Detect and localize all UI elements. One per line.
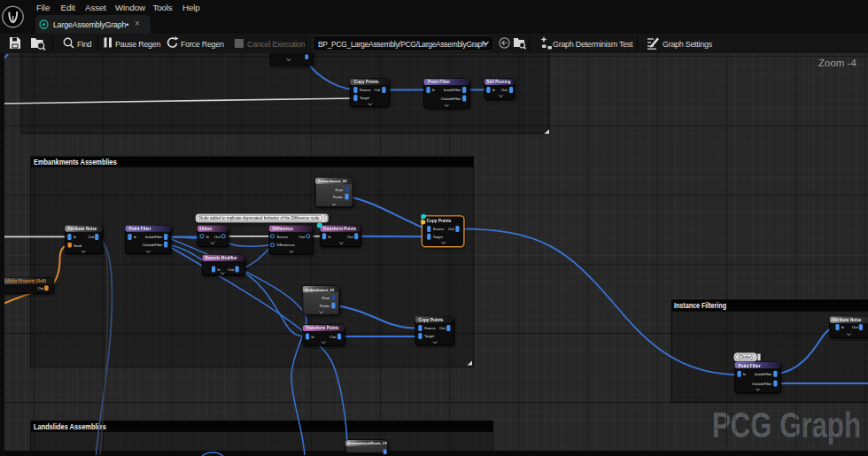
- svg-text:Embankment_03: Embankment_03: [306, 288, 335, 292]
- svg-text:Out: Out: [501, 88, 508, 92]
- svg-text:Out: Out: [38, 286, 44, 290]
- svg-text:Root: Root: [322, 296, 330, 300]
- svg-text:Point Filter: Point Filter: [428, 80, 450, 84]
- svg-text:Source: Source: [424, 326, 436, 330]
- svg-text:Target: Target: [424, 334, 435, 338]
- svg-text:Source: Source: [433, 227, 445, 231]
- svg-text:Out: Out: [448, 227, 454, 231]
- svg-text:Landslides Assemblies: Landslides Assemblies: [34, 421, 106, 431]
- svg-text:Bounds Modifier: Bounds Modifier: [205, 256, 237, 260]
- svg-text:Out: Out: [347, 235, 353, 239]
- svg-text:InsideFilter: InsideFilter: [755, 372, 772, 376]
- svg-text:Root: Root: [336, 188, 344, 192]
- svg-text:Copy Points: Copy Points: [354, 80, 379, 84]
- svg-text:Target: Target: [433, 235, 444, 239]
- svg-text:Points: Points: [320, 304, 329, 308]
- svg-text:Self Pruning: Self Pruning: [487, 80, 511, 84]
- svg-text:Copy Points: Copy Points: [419, 318, 444, 322]
- svg-text:Out: Out: [439, 326, 446, 330]
- svg-text:Node added to replicate deprec: Node added to replicate deprecated behav…: [199, 216, 321, 220]
- svg-text:In: In: [312, 335, 314, 339]
- svg-text:Point Filter: Point Filter: [739, 364, 761, 368]
- svg-text:Target: Target: [360, 96, 370, 100]
- svg-text:(Clutter): (Clutter): [738, 355, 753, 359]
- svg-text:In: In: [218, 267, 221, 272]
- svg-text:Source: Source: [277, 235, 289, 239]
- svg-text:Transform Points: Transform Points: [306, 326, 339, 330]
- svg-text:Source: Source: [360, 88, 371, 92]
- svg-text:In: In: [432, 88, 435, 92]
- svg-text:Point Filter: Point Filter: [129, 227, 151, 231]
- svg-text:Transform Points: Transform Points: [323, 227, 357, 231]
- svg-text:OutsideFilter: OutsideFilter: [143, 243, 163, 247]
- svg-text:OutsideFilter: OutsideFilter: [441, 97, 461, 101]
- svg-text:EmbankmentRoots_03: EmbankmentRoots_03: [348, 441, 388, 445]
- svg-text:Attribute Noise: Attribute Noise: [833, 318, 862, 322]
- svg-text:Out: Out: [330, 335, 337, 339]
- svg-text:Embankment_00: Embankment_00: [318, 179, 347, 183]
- svg-text:Difference: Difference: [273, 227, 294, 231]
- svg-text:In: In: [841, 325, 844, 329]
- svg-text:Zoom -4: Zoom -4: [818, 58, 856, 68]
- svg-text:Seed: Seed: [74, 243, 81, 248]
- svg-text:Out: Out: [852, 325, 858, 329]
- svg-text:Out: Out: [299, 235, 306, 239]
- svg-text:Embankments Assemblies: Embankments Assemblies: [34, 157, 117, 166]
- svg-text:Out: Out: [89, 235, 95, 239]
- svg-text:In: In: [74, 235, 76, 239]
- svg-text:In: In: [206, 235, 209, 239]
- svg-text:Out: Out: [214, 235, 221, 239]
- svg-text:Attribute Noise: Attribute Noise: [68, 227, 97, 231]
- svg-text:In: In: [134, 235, 136, 239]
- svg-text:Out: Out: [229, 267, 235, 272]
- svg-text:In: In: [329, 235, 331, 239]
- svg-text:In: In: [492, 88, 495, 92]
- svg-text:OutsideFilter: OutsideFilter: [752, 382, 772, 386]
- svg-text:Instance Filtering: Instance Filtering: [674, 300, 726, 310]
- svg-text:In: In: [743, 372, 746, 376]
- svg-text:InsideFilter: InsideFilter: [145, 235, 163, 239]
- svg-text:t Actor Property (Self): t Actor Property (Self): [5, 279, 47, 283]
- svg-text:Differences: Differences: [277, 243, 295, 247]
- svg-text:InsideFilter: InsideFilter: [444, 88, 461, 92]
- svg-text:Union: Union: [200, 227, 213, 231]
- svg-text:Out: Out: [375, 88, 381, 92]
- svg-text:Copy Points: Copy Points: [427, 219, 452, 223]
- svg-text:Points: Points: [333, 195, 343, 199]
